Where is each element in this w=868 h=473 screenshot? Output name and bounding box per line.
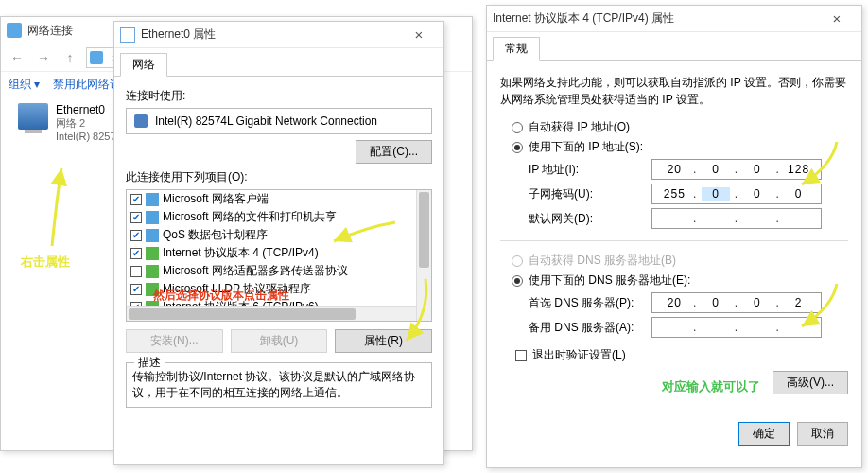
protocol-icon: [146, 211, 159, 224]
prop-tabstrip: 网络: [114, 48, 443, 77]
network-icon: [90, 51, 103, 64]
protocol-label: QoS 数据包计划程序: [163, 227, 268, 243]
annotation-select-protocol: 然后选择协议版本点击属性: [153, 288, 289, 304]
dialog-footer: 确定 取消: [487, 412, 861, 455]
prop-titlebar: Ethernet0 属性 ×: [114, 22, 443, 48]
tab-network[interactable]: 网络: [120, 53, 167, 77]
protocol-label: Microsoft 网络适配器多路传送器协议: [163, 263, 348, 279]
radio-mark: [512, 122, 523, 133]
protocol-icon: [146, 247, 159, 260]
radio-mark: [512, 142, 523, 153]
forward-button[interactable]: →: [33, 47, 54, 68]
protocol-label: Microsoft 网络的文件和打印机共享: [163, 209, 337, 225]
description-group: 描述 传输控制协议/Internet 协议。该协议是默认的广域网络协议，用于在不…: [126, 362, 432, 408]
prop-title: Ethernet0 属性: [141, 26, 400, 43]
network-icon: [7, 23, 22, 38]
protocol-item[interactable]: Microsoft 网络客户端: [127, 190, 431, 208]
nic-display: Intel(R) 82574L Gigabit Network Connecti…: [126, 108, 432, 134]
item-checkbox[interactable]: [130, 212, 142, 223]
gateway-label: 默认网关(D):: [529, 211, 651, 227]
protocol-icon: [146, 193, 159, 206]
field-gateway: 默认网关(D): ...: [529, 208, 848, 229]
radio-static-dns[interactable]: 使用下面的 DNS 服务器地址(E):: [512, 272, 848, 289]
item-checkbox[interactable]: [130, 230, 142, 241]
organize-menu[interactable]: 组织 ▾: [9, 77, 40, 93]
item-checkbox[interactable]: [130, 248, 142, 259]
install-button: 安装(N)...: [126, 329, 223, 353]
validate-checkbox[interactable]: 退出时验证设置(L): [515, 347, 848, 363]
uninstall-button: 卸载(U): [231, 329, 328, 353]
radio-label: 自动获得 IP 地址(O): [529, 119, 630, 135]
protocol-items-listbox[interactable]: Microsoft 网络客户端Microsoft 网络的文件和打印机共享QoS …: [126, 189, 432, 322]
item-checkbox[interactable]: [130, 284, 142, 295]
connect-using-label: 连接时使用:: [126, 88, 432, 104]
vertical-scrollbar[interactable]: [416, 190, 431, 321]
ip-intro-text: 如果网络支持此功能，则可以获取自动指派的 IP 设置。否则，你需要从网络系统管理…: [500, 74, 848, 108]
field-ip-address: IP 地址(I): 20. 0. 0. 128: [529, 159, 848, 180]
disable-device-cmd[interactable]: 禁用此网络说: [53, 77, 121, 93]
properties-button[interactable]: 属性(R): [335, 329, 432, 353]
protocol-icon: [146, 229, 159, 242]
up-button[interactable]: ↑: [60, 47, 80, 68]
close-button[interactable]: ×: [818, 6, 856, 32]
ethernet-icon: [120, 27, 135, 43]
scroll-thumb[interactable]: [419, 192, 429, 268]
ok-button[interactable]: 确定: [738, 422, 790, 446]
protocol-item[interactable]: Microsoft 网络的文件和打印机共享: [127, 208, 431, 226]
item-checkbox[interactable]: [130, 266, 142, 277]
protocol-label: Microsoft 网络客户端: [163, 191, 269, 207]
adapter-text: Ethernet0 网络 2 Intel(R) 82574: [56, 103, 122, 142]
hscroll-thumb[interactable]: [129, 308, 356, 320]
dns2-input[interactable]: ...: [651, 317, 822, 338]
ip-title: Internet 协议版本 4 (TCP/IPv4) 属性: [493, 10, 818, 26]
adapter-icon: [18, 103, 48, 130]
ip-titlebar: Internet 协议版本 4 (TCP/IPv4) 属性 ×: [487, 6, 861, 32]
ip-address-label: IP 地址(I):: [529, 162, 651, 178]
dns1-input[interactable]: 20. 0. 0. 2: [651, 292, 822, 313]
configure-button[interactable]: 配置(C)...: [356, 140, 432, 164]
close-button[interactable]: ×: [400, 22, 438, 48]
gateway-input[interactable]: ...: [651, 208, 822, 229]
cancel-button[interactable]: 取消: [797, 422, 848, 446]
adapter-device: Intel(R) 82574: [56, 131, 122, 142]
radio-label: 使用下面的 IP 地址(S):: [529, 139, 643, 155]
protocol-icon: [146, 265, 159, 278]
field-subnet-mask: 子网掩码(U): 255. 0. 0. 0: [529, 184, 848, 204]
subnet-mask-label: 子网掩码(U):: [529, 186, 651, 202]
field-dns2: 备用 DNS 服务器(A): ...: [529, 317, 848, 338]
ip-tabstrip: 常规: [487, 32, 861, 61]
nic-icon: [134, 114, 148, 128]
description-text: 传输控制协议/Internet 协议。该协议是默认的广域网络协议，用于在不同的相…: [132, 370, 415, 399]
validate-label: 退出时验证设置(L): [532, 347, 626, 363]
ip-address-input[interactable]: 20. 0. 0. 128: [651, 159, 822, 180]
back-button[interactable]: ←: [7, 47, 27, 68]
adapter-properties-dialog: Ethernet0 属性 × 网络 连接时使用: Intel(R) 82574L…: [113, 21, 444, 465]
item-checkbox[interactable]: [130, 194, 142, 205]
nic-name: Intel(R) 82574L Gigabit Network Connecti…: [155, 114, 377, 128]
adapter-status: 网络 2: [56, 116, 122, 131]
horizontal-scrollbar[interactable]: [127, 306, 416, 321]
radio-mark: [512, 255, 523, 267]
dns1-label: 首选 DNS 服务器(P):: [529, 295, 651, 311]
protocol-item[interactable]: Internet 协议版本 4 (TCP/IPv4): [127, 244, 431, 262]
radio-static-ip[interactable]: 使用下面的 IP 地址(S):: [512, 139, 848, 155]
subnet-mask-input[interactable]: 255. 0. 0. 0: [651, 184, 822, 204]
description-legend: 描述: [134, 355, 165, 371]
dns2-label: 备用 DNS 服务器(A):: [529, 320, 651, 336]
checkbox-mark: [515, 350, 527, 361]
radio-mark: [512, 275, 523, 287]
radio-auto-ip[interactable]: 自动获得 IP 地址(O): [512, 119, 848, 135]
adapter-name: Ethernet0: [56, 103, 122, 116]
protocol-label: Internet 协议版本 4 (TCP/IPv4): [163, 245, 319, 261]
tab-general[interactable]: 常规: [493, 37, 540, 61]
field-dns1: 首选 DNS 服务器(P): 20. 0. 0. 2: [529, 292, 848, 313]
protocol-item[interactable]: Microsoft 网络适配器多路传送器协议: [127, 262, 431, 280]
radio-label: 使用下面的 DNS 服务器地址(E):: [529, 272, 690, 289]
radio-label: 自动获得 DNS 服务器地址(B): [529, 253, 676, 269]
advanced-button[interactable]: 高级(V)...: [773, 371, 848, 394]
radio-auto-dns: 自动获得 DNS 服务器地址(B): [512, 253, 848, 269]
ipv4-properties-dialog: Internet 协议版本 4 (TCP/IPv4) 属性 × 常规 如果网络支…: [486, 5, 862, 468]
protocol-item[interactable]: QoS 数据包计划程序: [127, 226, 431, 244]
items-label: 此连接使用下列项目(O):: [126, 169, 432, 185]
